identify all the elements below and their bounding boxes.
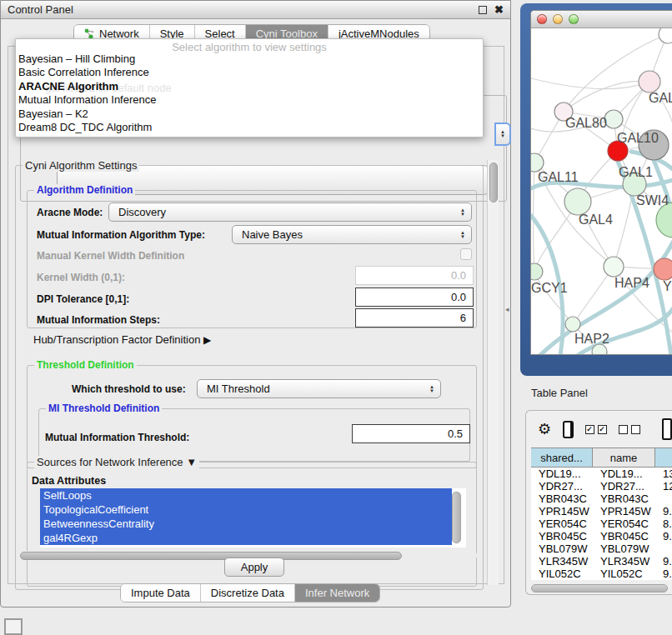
table-cell: YDL19...	[531, 468, 593, 480]
network-node-label: GAL	[649, 91, 672, 105]
table-toolbar: ⚙ ✓✓	[526, 411, 672, 448]
minimize-window-icon[interactable]	[553, 14, 563, 24]
table-row[interactable]: YLR345WYLR345W9.	[531, 555, 672, 568]
splitter-collapse-arrow[interactable]: ◂	[505, 305, 509, 313]
data-attribute-item[interactable]: SelfLoops	[40, 488, 452, 502]
mi-threshold-label: Mutual Information Threshold:	[45, 432, 189, 443]
table-cell: 9.	[655, 568, 672, 580]
columns-icon[interactable]	[563, 421, 573, 438]
table-cell: YIL052C	[593, 568, 655, 580]
network-node[interactable]	[531, 263, 543, 280]
combo-stepper-icon: ▲▼	[460, 208, 465, 217]
algorithm-popup-item[interactable]: ARACNE Algorithm	[16, 80, 483, 93]
table-row[interactable]: YBL079WYBL079W	[531, 542, 672, 555]
network-node[interactable]	[565, 317, 580, 332]
network-node-label: Y	[663, 279, 672, 293]
table-row[interactable]: YPR145WYPR145W9.	[531, 505, 672, 518]
network-node-label: GAL10	[617, 131, 659, 145]
combo-stepper-icon: ▲▼	[500, 130, 505, 138]
mi-algorithm-type-combo[interactable]: Naive Bayes ▲▼	[232, 225, 472, 244]
network-node[interactable]	[564, 188, 591, 215]
table-cell: 12	[655, 480, 672, 492]
table-cell: YLR345W	[531, 555, 593, 568]
mi-threshold-definition-title: MI Threshold Definition	[46, 402, 162, 414]
aracne-mode-combo[interactable]: Discovery ▲▼	[108, 202, 472, 222]
data-attribute-item[interactable]: BetweennessCentrality	[40, 517, 452, 531]
algorithm-popup-list: Bayesian – Hill ClimbingBasic Correlatio…	[16, 52, 483, 134]
network-edge[interactable]	[534, 272, 573, 324]
control-panel-titlebar: Control Panel ✖	[1, 1, 510, 19]
dpi-tolerance-field[interactable]: 0.0	[355, 288, 474, 307]
network-node[interactable]	[639, 71, 660, 92]
column-header-name[interactable]: name	[593, 448, 655, 467]
network-edge[interactable]	[531, 78, 649, 88]
dpi-tolerance-label: DPI Tolerance [0,1]:	[37, 293, 129, 305]
network-node[interactable]	[659, 28, 672, 43]
network-node[interactable]	[654, 258, 672, 280]
algorithm-combo-fragment[interactable]: ▲▼	[494, 122, 511, 146]
column-header-partial[interactable]: A	[655, 448, 672, 467]
table-row[interactable]: YER054CYER054C8.	[531, 518, 672, 530]
algorithm-popup-item[interactable]: Basic Correlation Inference	[16, 66, 483, 79]
scrollbar-thumb[interactable]	[20, 552, 402, 560]
table-panel-title: Table Panel	[531, 387, 588, 399]
network-node[interactable]	[656, 202, 672, 238]
table-row[interactable]: YIL052CYIL052C9.	[531, 568, 672, 580]
kernel-width-label: Kernel Width (0,1):	[37, 272, 125, 283]
table-cell: 9.	[655, 530, 672, 542]
mi-threshold-field[interactable]: 0.5	[352, 424, 470, 443]
table-cell: YBL079W	[531, 542, 593, 555]
table-panel-window: ⚙ ✓✓ shared... name A YDL19...YDL19...13…	[525, 410, 672, 595]
table-row[interactable]: YDL19...YDL19...13	[531, 468, 672, 480]
table-cell: YER054C	[593, 518, 655, 530]
network-canvas-svg[interactable]: GALGAL80GAL10GAL1GAL11SWI4GAL4GCY1HAP4YH…	[531, 28, 672, 355]
table-body: YDL19...YDL19...13YDR27...YDR27...12YBR0…	[531, 468, 672, 580]
algorithm-popup-item[interactable]: Mutual Information Inference	[16, 93, 483, 107]
close-window-icon[interactable]	[537, 14, 547, 24]
data-attribute-item[interactable]: gal4RGexp	[40, 531, 452, 545]
deselect-all-columns-icon[interactable]	[619, 425, 640, 434]
network-node-label: SWI4	[636, 193, 669, 208]
tab-impute-data[interactable]: Impute Data	[121, 584, 201, 602]
scrollbar-thumb[interactable]	[489, 162, 498, 202]
table-cell: YBR043C	[593, 492, 655, 505]
table-horizontal-scrollbar[interactable]	[531, 584, 668, 592]
network-node-label: GAL4	[579, 212, 613, 227]
manual-kernel-width-checkbox[interactable]	[460, 248, 472, 260]
column-header-shared-name[interactable]: shared...	[531, 448, 593, 467]
network-node[interactable]	[604, 110, 623, 128]
corner-restore-icon[interactable]	[4, 618, 23, 635]
table-cell: YBL079W	[593, 542, 655, 555]
kernel-width-field[interactable]: 0.0	[355, 266, 474, 285]
settings-vertical-scrollbar[interactable]	[487, 160, 499, 585]
float-window-icon[interactable]	[479, 6, 487, 14]
gear-icon[interactable]: ⚙	[538, 422, 551, 437]
table-row[interactable]: YBR043CYBR043C	[531, 492, 672, 505]
table-cell: YBR045C	[593, 530, 655, 542]
algorithm-popup-item[interactable]: Dream8 DC_TDC Algorithm	[16, 121, 483, 134]
zoom-window-icon[interactable]	[569, 14, 579, 24]
table-cell: YBR043C	[531, 492, 593, 505]
data-attributes-list[interactable]: SelfLoopsTopologicalCoefficientBetweenne…	[40, 488, 466, 548]
algorithm-popup-item[interactable]: Bayesian – Hill Climbing	[16, 52, 483, 66]
network-node[interactable]	[604, 257, 624, 277]
table-cell: 8.	[655, 518, 672, 530]
tab-discretize-data[interactable]: Discretize Data	[201, 584, 295, 602]
data-attribute-item[interactable]: TopologicalCoefficient	[40, 502, 452, 517]
hub-definition-expander[interactable]: Hub/Transcription Factor Definition ▶	[33, 333, 211, 346]
close-panel-icon[interactable]: ✖	[494, 6, 504, 14]
apply-button[interactable]: Apply	[224, 558, 284, 577]
screen: Control Panel ✖ Network Style Select Cyn…	[0, 0, 672, 635]
table-row[interactable]: YBR045CYBR045C9.	[531, 530, 672, 542]
table-row[interactable]: YDR27...YDR27...12	[531, 480, 672, 492]
tab-infer-network[interactable]: Infer Network	[295, 584, 379, 602]
table-cell: YIL052C	[531, 568, 593, 580]
network-window-titlebar	[531, 11, 672, 28]
which-threshold-combo[interactable]: MI Threshold ▲▼	[197, 379, 441, 398]
export-table-icon[interactable]	[662, 418, 672, 440]
attributes-list-scrollbar[interactable]	[452, 492, 461, 543]
algorithm-popup-item[interactable]: Bayesian – K2	[16, 108, 483, 121]
select-all-columns-icon[interactable]: ✓✓	[585, 425, 607, 434]
cyni-bottom-tabs: Impute Data Discretize Data Infer Networ…	[120, 583, 380, 602]
mi-steps-field[interactable]: 6	[355, 308, 474, 328]
